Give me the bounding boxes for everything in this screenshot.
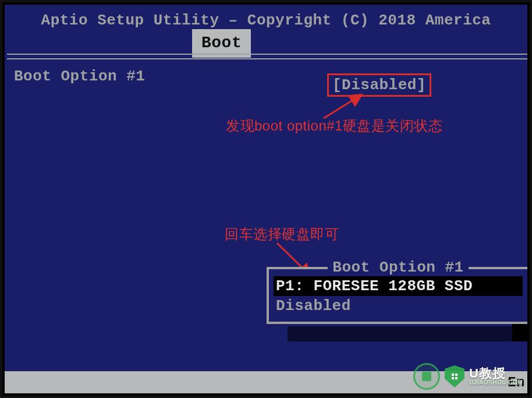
annotation-select-note: 回车选择硬盘即可	[225, 225, 339, 244]
popup-item-disabled[interactable]: Disabled	[274, 296, 523, 316]
separator-top-2	[7, 58, 530, 59]
popup-shadow-bottom	[288, 326, 530, 341]
help-bar: En	[2, 371, 530, 396]
separator-top	[7, 54, 530, 55]
bios-header-title: Aptio Setup Utility – Copyright (C) 2018…	[2, 12, 530, 29]
svg-line-0	[324, 94, 362, 118]
popup-item-selected[interactable]: P1: FORESEE 128GB SSD	[274, 276, 523, 296]
bios-screen: Aptio Setup Utility – Copyright (C) 2018…	[2, 2, 530, 396]
help-bar-hint: En	[508, 375, 525, 390]
boot-option-1-label[interactable]: Boot Option #1	[14, 68, 145, 85]
boot-option-1-value[interactable]: [Disabled]	[327, 73, 431, 97]
boot-option-popup: Boot Option #1 P1: FORESEE 128GB SSD Dis…	[267, 267, 530, 324]
popup-title: Boot Option #1	[328, 259, 468, 276]
annotation-disabled-note: 发现boot option#1硬盘是关闭状态	[226, 117, 442, 135]
